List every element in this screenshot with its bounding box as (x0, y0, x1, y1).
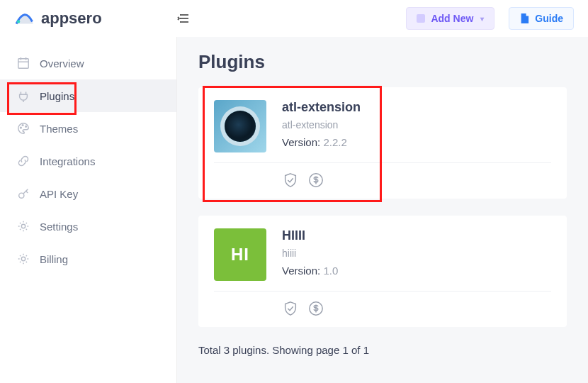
plug-icon (17, 89, 30, 102)
page-title: Plugins (198, 51, 567, 73)
plugin-name: atl-extension (282, 100, 361, 115)
sidebar-item-label: Themes (40, 123, 78, 135)
sidebar-item-label: Settings (40, 221, 78, 233)
logo-icon (14, 8, 35, 29)
add-new-button[interactable]: Add New ▾ (406, 7, 494, 30)
sidebar: Overview Plugins Themes Integrations API… (0, 37, 177, 383)
svg-rect-4 (18, 59, 28, 69)
gear-icon (17, 252, 30, 265)
guide-button[interactable]: Guide (509, 7, 574, 30)
sidebar-item-billing[interactable]: Billing (0, 243, 176, 275)
key-icon (17, 187, 30, 200)
plugin-thumbnail: HI (214, 228, 266, 281)
sidebar-item-label: API Key (40, 188, 78, 200)
sidebar-item-label: Integrations (40, 155, 95, 167)
app-header: appsero Add New ▾ Guide (0, 0, 588, 37)
gear-icon (17, 220, 30, 233)
plugin-version: Version: 2.2.2 (282, 136, 361, 148)
plugin-thumbnail (214, 100, 266, 152)
shield-check-icon (282, 300, 299, 317)
svg-point-10 (26, 126, 27, 127)
sidebar-item-overview[interactable]: Overview (0, 47, 176, 79)
plugin-slug: atl-extension (282, 119, 361, 131)
plugin-card[interactable]: HI HIIII hiiii Version: 1.0 (198, 216, 567, 327)
plugin-version: Version: 1.0 (282, 265, 338, 277)
main-content: Plugins atl-extension atl-extension Vers… (177, 37, 588, 383)
plugin-meta: HIIII hiiii Version: 1.0 (282, 228, 338, 281)
svg-point-0 (17, 20, 21, 23)
link-icon (17, 155, 30, 167)
pagination-summary: Total 3 plugins. Showing page 1 of 1 (198, 344, 567, 356)
collapse-icon (177, 11, 191, 26)
sidebar-collapse-button[interactable] (177, 11, 191, 26)
sidebar-item-settings[interactable]: Settings (0, 210, 176, 243)
add-new-icon (417, 14, 425, 23)
svg-point-15 (21, 257, 25, 260)
sidebar-item-plugins[interactable]: Plugins (0, 79, 176, 112)
dollar-icon (307, 172, 324, 189)
svg-line-13 (26, 191, 28, 193)
shield-check-icon (282, 172, 299, 189)
dollar-icon (307, 300, 324, 317)
brand-name: appsero (41, 9, 102, 28)
sidebar-item-label: Billing (40, 253, 68, 265)
svg-point-8 (21, 127, 22, 128)
sidebar-item-themes[interactable]: Themes (0, 112, 176, 145)
sidebar-item-integrations[interactable]: Integrations (0, 145, 176, 177)
sidebar-item-label: Plugins (40, 90, 74, 102)
sidebar-item-label: Overview (40, 57, 84, 70)
chevron-down-icon: ▾ (480, 15, 484, 23)
add-new-label: Add New (431, 13, 473, 24)
plugin-card[interactable]: atl-extension atl-extension Version: 2.2… (198, 87, 567, 199)
guide-label: Guide (535, 13, 563, 24)
guide-icon (519, 13, 529, 23)
plugin-name: HIIII (282, 228, 338, 243)
svg-point-9 (22, 125, 23, 126)
brand-logo[interactable]: appsero (14, 8, 163, 29)
palette-icon (17, 122, 30, 135)
svg-point-14 (21, 224, 25, 228)
sidebar-item-api-key[interactable]: API Key (0, 177, 176, 210)
plugin-slug: hiiii (282, 248, 338, 259)
plugin-meta: atl-extension atl-extension Version: 2.2… (282, 100, 361, 152)
svg-point-11 (19, 193, 24, 198)
calendar-icon (17, 57, 30, 70)
